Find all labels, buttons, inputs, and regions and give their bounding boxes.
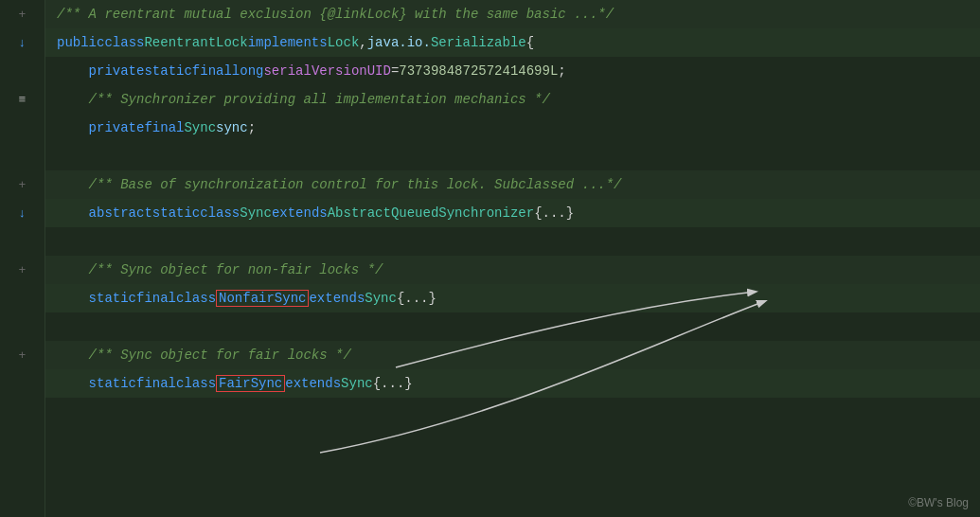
- code-line-11: static final class NonfairSync extends S…: [45, 284, 980, 312]
- gutter-expand-4[interactable]: +: [0, 341, 45, 369]
- gutter-empty-2: [0, 114, 45, 142]
- class-aqs: AbstractQueuedSynchronizer: [328, 205, 534, 221]
- kw-class-2: class: [200, 205, 240, 221]
- class-sync-ref-2: Sync: [341, 376, 373, 391]
- kw-static-2: static: [152, 205, 200, 221]
- kw-abstract: abstract: [57, 205, 152, 221]
- gutter-expand-1[interactable]: +: [0, 0, 45, 28]
- class-name-reentrant: ReentrantLock: [144, 35, 247, 50]
- kw-final: final: [192, 63, 232, 79]
- keyword-implements: implements: [248, 35, 328, 50]
- comment-nonfair: /** Sync object for non-fair locks */: [57, 262, 383, 277]
- gutter: + ↓ ≡ + ↓ + +: [0, 0, 45, 517]
- gutter-empty-5: [0, 284, 45, 312]
- gutter-lines-icon: ≡: [0, 85, 45, 114]
- serial-value: 7373984872572414699L: [399, 63, 558, 79]
- code-line-5: private final Sync sync;: [45, 114, 980, 142]
- kw-extends-3: extends: [285, 376, 341, 391]
- eq-1: =: [391, 63, 399, 79]
- class-fair-boxed: FairSync: [216, 375, 285, 392]
- type-sync: Sync: [184, 120, 216, 135]
- code-line-1: /** A reentrant mutual exclusion {@link …: [45, 0, 980, 28]
- kw-static: static: [144, 63, 191, 79]
- keyword-public: public: [57, 35, 104, 50]
- gutter-expand-2[interactable]: +: [0, 170, 45, 199]
- kw-class-4: class: [176, 376, 216, 391]
- code-line-7: /** Base of synchronization control for …: [45, 170, 980, 199]
- comment-base: /** Base of synchronization control for …: [57, 177, 622, 192]
- comment-text-1b: Lock} with the same basic ...*/: [367, 7, 614, 22]
- comma-1: ,: [359, 35, 366, 50]
- class-nonfair-boxed: NonfairSync: [216, 290, 309, 307]
- semi-1: ;: [558, 63, 565, 79]
- brace-1: {: [526, 35, 534, 50]
- editor-container: + ↓ ≡ + ↓ + + /** A reentrant mutual exc…: [0, 0, 980, 517]
- keyword-class: class: [104, 35, 144, 50]
- kw-private-2: private: [57, 120, 144, 135]
- comment-sync: /** Synchronizer providing all implement…: [57, 92, 550, 107]
- comment-fair: /** Sync object for fair locks */: [57, 348, 351, 363]
- code-line-10: /** Sync object for non-fair locks */: [45, 256, 980, 284]
- code-line-9: [45, 227, 980, 256]
- gutter-arrow-2: ↓: [0, 199, 45, 227]
- kw-static-3: static: [57, 291, 136, 306]
- java-io: java.io.: [367, 35, 431, 50]
- gutter-expand-3[interactable]: +: [0, 256, 45, 284]
- braces-nonfair: {...}: [397, 291, 437, 306]
- kw-extends: extends: [272, 205, 328, 221]
- code-line-12: [45, 312, 980, 341]
- kw-class-3: class: [176, 291, 216, 306]
- field-serial: serialVersionUID: [263, 63, 390, 79]
- code-line-14: static final class FairSync extends Sync…: [45, 369, 980, 398]
- gutter-empty-3: [0, 142, 45, 170]
- kw-private-1: private: [57, 63, 144, 79]
- semi-2: ;: [248, 120, 256, 135]
- kw-final-4: final: [136, 376, 176, 391]
- kw-final-3: final: [136, 291, 176, 306]
- kw-extends-2: extends: [309, 291, 365, 306]
- gutter-arrow-1: ↓: [0, 28, 45, 57]
- class-sync-ref-1: Sync: [365, 291, 397, 306]
- comment-text-1: /** A reentrant mutual exclusion {: [57, 7, 328, 22]
- code-area: /** A reentrant mutual exclusion {@link …: [45, 0, 980, 517]
- kw-long: long: [232, 63, 264, 79]
- kw-final-2: final: [144, 120, 184, 135]
- braces-fair: {...}: [373, 376, 413, 391]
- braces-sync: {...}: [534, 205, 574, 221]
- code-line-2: public class ReentrantLock implements Lo…: [45, 28, 980, 57]
- code-line-4: /** Synchronizer providing all implement…: [45, 85, 980, 114]
- gutter-empty-7: [0, 369, 45, 398]
- gutter-empty-6: [0, 312, 45, 341]
- code-line-3: private static final long serialVersionU…: [45, 57, 980, 85]
- class-sync: Sync: [240, 205, 272, 221]
- kw-static-4: static: [57, 376, 136, 391]
- code-line-6: [45, 142, 980, 170]
- iface-serial: Serializable: [431, 35, 526, 50]
- field-sync: sync: [216, 120, 248, 135]
- code-line-8: abstract static class Sync extends Abstr…: [45, 199, 980, 227]
- watermark: ©BW's Blog: [908, 496, 969, 509]
- gutter-empty-1: [0, 57, 45, 85]
- code-line-13: /** Sync object for fair locks */: [45, 341, 980, 369]
- gutter-empty-4: [0, 227, 45, 256]
- comment-link-1: @link: [328, 7, 367, 22]
- iface-lock: Lock: [328, 35, 360, 50]
